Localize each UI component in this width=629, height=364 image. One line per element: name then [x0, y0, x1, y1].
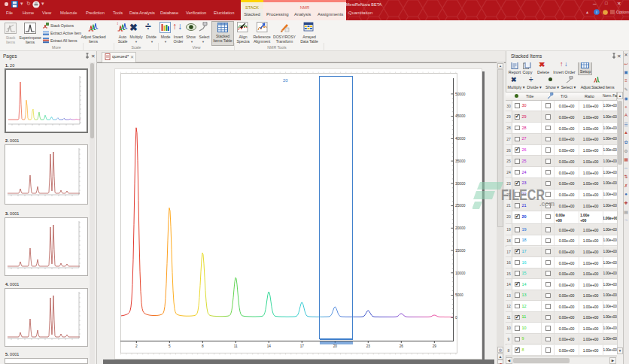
- svg-text:20: 20: [333, 344, 338, 348]
- svg-text:25000: 25000: [455, 204, 466, 208]
- svg-text:5: 5: [169, 344, 171, 348]
- svg-text:26: 26: [400, 344, 404, 348]
- svg-text:5000: 5000: [455, 293, 463, 297]
- svg-text:14: 14: [267, 344, 272, 348]
- svg-text:20000: 20000: [455, 226, 466, 230]
- svg-text:11: 11: [234, 344, 238, 348]
- svg-text:i: i: [596, 10, 597, 14]
- svg-text:10000: 10000: [455, 271, 466, 275]
- svg-text:45000: 45000: [455, 114, 466, 118]
- svg-text:0: 0: [455, 316, 457, 320]
- svg-text:20: 20: [283, 78, 288, 83]
- svg-text:50000: 50000: [455, 93, 466, 96]
- svg-text:29: 29: [433, 344, 437, 348]
- svg-text:2: 2: [135, 344, 138, 348]
- svg-text:15000: 15000: [455, 249, 466, 253]
- svg-text:8: 8: [202, 344, 204, 348]
- svg-text:17: 17: [300, 344, 305, 348]
- svg-text:23: 23: [366, 344, 371, 348]
- svg-text:35000: 35000: [455, 159, 466, 163]
- svg-text:40000: 40000: [455, 137, 466, 141]
- svg-text:30000: 30000: [455, 182, 466, 186]
